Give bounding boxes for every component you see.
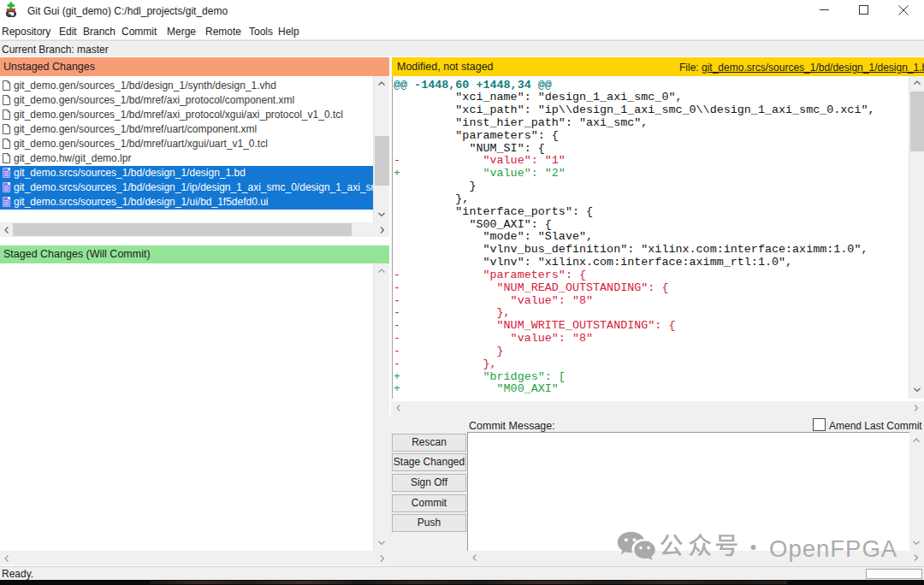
svg-text:OpenFPGA: OpenFPGA bbox=[769, 535, 897, 562]
